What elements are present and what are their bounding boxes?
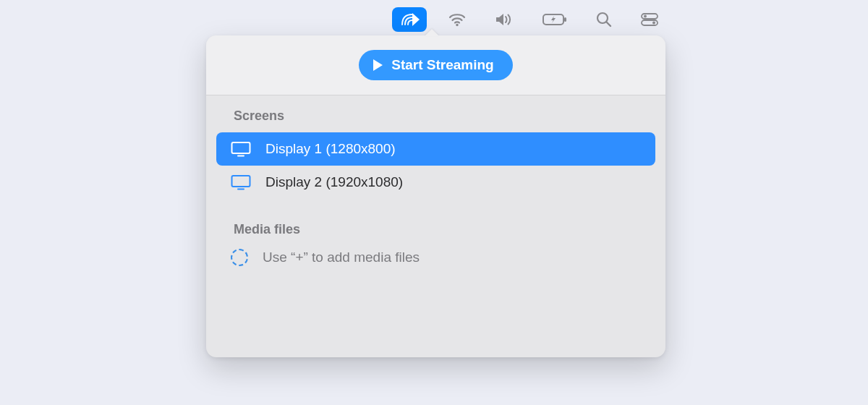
screen-item-display-1[interactable]: Display 1 (1280x800): [216, 132, 655, 166]
screen-label: Display 2 (1920x1080): [265, 174, 641, 190]
wifi-icon[interactable]: [441, 8, 473, 31]
media-files-empty-row: Use “+” to add media files: [206, 242, 665, 292]
monitor-icon: [231, 141, 251, 157]
screen-item-display-2[interactable]: Display 2 (1920x1080): [216, 166, 655, 199]
svg-line-4: [607, 22, 611, 27]
battery-icon[interactable]: [535, 9, 574, 30]
svg-point-6: [644, 15, 647, 18]
popover-arrow: [425, 29, 439, 36]
play-icon: [373, 59, 383, 71]
streaming-popover: Start Streaming Screens Display 1 (1280x…: [206, 35, 665, 357]
screen-label: Display 1 (1280x800): [265, 141, 641, 157]
svg-rect-11: [232, 176, 250, 187]
media-files-title: Media files: [234, 222, 652, 237]
svg-point-8: [652, 22, 655, 25]
popover-body: Start Streaming Screens Display 1 (1280x…: [206, 35, 665, 357]
media-files-section-header: Media files: [206, 209, 665, 242]
menubar-streaming-icon[interactable]: [392, 7, 427, 32]
popover-header: Start Streaming: [206, 35, 665, 95]
search-icon[interactable]: [589, 7, 619, 32]
start-streaming-button[interactable]: Start Streaming: [359, 50, 512, 80]
screens-list: Display 1 (1280x800) Display 2 (1920x108…: [206, 128, 665, 209]
svg-rect-9: [232, 142, 250, 153]
menubar: [392, 7, 665, 32]
screens-section-header: Screens: [206, 95, 665, 128]
media-files-hint: Use “+” to add media files: [263, 250, 420, 265]
control-center-icon[interactable]: [634, 9, 665, 30]
start-streaming-label: Start Streaming: [391, 57, 493, 73]
add-placeholder-icon: [231, 249, 248, 266]
svg-rect-2: [564, 17, 566, 22]
volume-icon[interactable]: [488, 8, 521, 31]
svg-point-0: [456, 24, 458, 26]
popover-spacer: [206, 292, 665, 357]
screens-title: Screens: [234, 108, 652, 124]
monitor-icon: [231, 174, 251, 190]
